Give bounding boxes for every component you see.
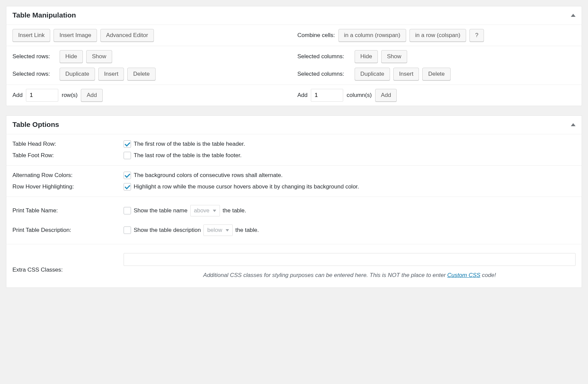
table-manipulation-panel: Table Manipulation Insert Link Insert Im… (6, 6, 582, 106)
extra-css-classes-label: Extra CSS Classes: (12, 253, 124, 273)
alternating-row-colors-label: Alternating Row Colors: (12, 172, 124, 179)
combine-cells-label: Combine cells: (297, 32, 335, 39)
columns-delete-button[interactable]: Delete (422, 68, 450, 80)
print-table-description-post: the table. (235, 227, 259, 234)
rows-insert-button[interactable]: Insert (98, 68, 124, 80)
print-table-name-checkbox[interactable] (124, 207, 131, 214)
print-table-name-pre: Show the table name (134, 207, 188, 214)
print-table-name-post: the table. (223, 207, 246, 214)
collapse-icon (571, 14, 576, 17)
insert-link-button[interactable]: Insert Link (12, 29, 50, 42)
advanced-editor-button[interactable]: Advanced Editor (100, 29, 154, 42)
selected-columns-visibility-label: Selected columns: (297, 53, 351, 60)
table-head-row-desc: The first row of the table is the table … (134, 141, 245, 147)
combine-rowspan-button[interactable]: in a column (rowspan) (338, 29, 406, 42)
columns-hide-button[interactable]: Hide (355, 50, 378, 63)
row-hover-highlighting-checkbox[interactable] (124, 183, 131, 190)
add-columns-button[interactable]: Add (375, 89, 397, 102)
add-columns-input[interactable] (311, 89, 343, 102)
chevron-down-icon (226, 229, 229, 232)
collapse-icon (571, 123, 576, 126)
add-columns-label: Add (297, 92, 307, 99)
row-hover-highlighting-label: Row Hover Highlighting: (12, 183, 124, 190)
row-hover-highlighting-desc: Highlight a row while the mouse cursor h… (134, 183, 359, 190)
table-manipulation-header[interactable]: Table Manipulation (6, 6, 582, 25)
table-manipulation-title: Table Manipulation (12, 11, 76, 19)
rows-suffix-label: row(s) (62, 92, 77, 99)
insert-image-button[interactable]: Insert Image (54, 29, 97, 42)
add-rows-input[interactable] (26, 89, 58, 102)
columns-suffix-label: column(s) (347, 92, 372, 99)
combine-help-button[interactable]: ? (469, 29, 484, 42)
selected-columns-actions-label: Selected columns: (297, 71, 351, 77)
chevron-down-icon (213, 210, 216, 212)
extra-css-classes-note: Additional CSS classes for styling purpo… (203, 272, 496, 279)
table-options-panel: Table Options Table Head Row: The first … (6, 115, 582, 288)
print-table-name-select-value: above (194, 207, 209, 214)
extra-css-classes-input[interactable] (124, 253, 576, 266)
columns-duplicate-button[interactable]: Duplicate (355, 68, 390, 80)
custom-css-link[interactable]: Custom CSS (447, 272, 480, 278)
columns-show-button[interactable]: Show (381, 50, 407, 63)
print-table-description-select[interactable]: below (203, 224, 232, 236)
print-table-description-select-value: below (207, 227, 222, 234)
combine-colspan-button[interactable]: in a row (colspan) (410, 29, 466, 42)
print-table-description-checkbox[interactable] (124, 226, 131, 234)
extra-css-note-post: code! (480, 272, 496, 278)
add-rows-label: Add (12, 92, 23, 99)
rows-hide-button[interactable]: Hide (60, 50, 83, 63)
print-table-description-label: Print Table Description: (12, 227, 124, 234)
print-table-description-pre: Show the table description (134, 227, 201, 234)
table-foot-row-checkbox[interactable] (124, 152, 131, 159)
rows-delete-button[interactable]: Delete (127, 68, 155, 80)
rows-show-button[interactable]: Show (86, 50, 112, 63)
selected-rows-visibility-label: Selected rows: (12, 53, 56, 60)
print-table-name-label: Print Table Name: (12, 207, 124, 214)
table-options-header[interactable]: Table Options (6, 116, 582, 134)
columns-insert-button[interactable]: Insert (393, 68, 419, 80)
alternating-row-colors-checkbox[interactable] (124, 172, 131, 179)
table-foot-row-desc: The last row of the table is the table f… (134, 152, 241, 159)
alternating-row-colors-desc: The background colors of consecutive row… (134, 172, 283, 179)
print-table-name-select[interactable]: above (190, 205, 220, 216)
selected-rows-actions-label: Selected rows: (12, 71, 56, 77)
table-foot-row-label: Table Foot Row: (12, 152, 124, 159)
extra-css-note-pre: Additional CSS classes for styling purpo… (203, 272, 447, 278)
table-head-row-label: Table Head Row: (12, 141, 124, 147)
rows-duplicate-button[interactable]: Duplicate (60, 68, 95, 80)
table-options-title: Table Options (12, 120, 59, 129)
add-rows-button[interactable]: Add (81, 89, 102, 102)
table-head-row-checkbox[interactable] (124, 140, 131, 148)
